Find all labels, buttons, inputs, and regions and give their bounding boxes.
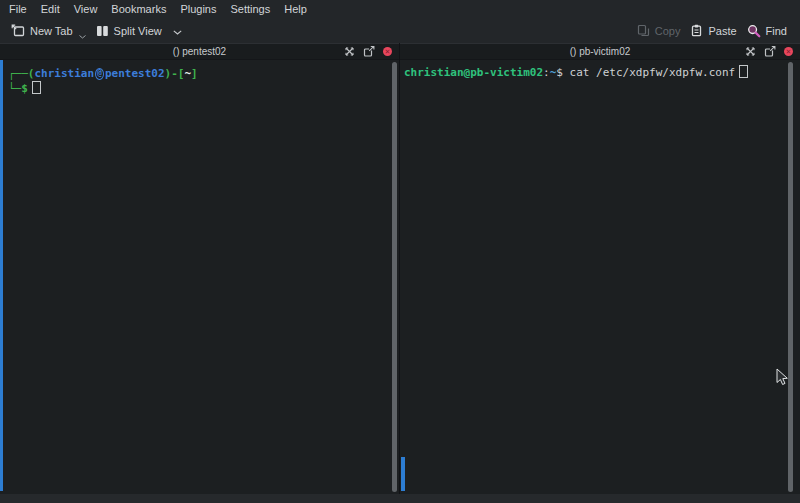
paste-label: Paste (708, 25, 736, 37)
paste-button[interactable]: Paste (685, 21, 741, 40)
kali-circled-at-glyph: @ (95, 68, 104, 80)
toolbar: New Tab Split View Copy (0, 18, 800, 43)
terminal-pane-pentest02: () pentest02 ✕ ┌──(chri (0, 43, 400, 494)
terminal-screen-pb-victim02[interactable]: christian@pb-victim02:~$ cat /etc/xdpfw/… (400, 60, 800, 494)
terminal-cursor (32, 81, 41, 94)
paste-clipboard-icon (690, 24, 703, 37)
prompt-line: christian@pb-victim02:~$ cat /etc/xdpfw/… (404, 65, 800, 80)
new-tab-button[interactable]: New Tab (6, 21, 91, 40)
menu-plugins[interactable]: Plugins (173, 2, 223, 16)
copy-icon (637, 24, 650, 37)
right-pane-scrollbar[interactable] (788, 62, 793, 492)
close-view-icon[interactable]: ✕ (383, 47, 392, 56)
detach-view-icon[interactable] (764, 46, 776, 57)
tab-new-icon (11, 24, 25, 37)
split-view-chevron-down-icon (173, 25, 182, 37)
terminal-pane-pb-victim02: () pb-victim02 ✕ christian@pb- (400, 43, 800, 494)
split-container: () pentest02 ✕ ┌──(chri (0, 43, 800, 494)
prompt-line-2: └─$ (8, 81, 399, 96)
find-label: Find (766, 25, 787, 37)
new-tab-dropdown-caret-icon (79, 29, 86, 41)
pane-title: () pb-victim02 (570, 46, 631, 57)
search-magnifier-icon (747, 24, 761, 38)
split-view-label: Split View (114, 25, 162, 37)
left-pane-scrollbar[interactable] (392, 62, 397, 492)
pane-accent-bar-partial (401, 457, 405, 491)
close-view-icon[interactable]: ✕ (784, 47, 793, 56)
active-pane-accent-bar (0, 60, 3, 491)
prompt-line-1: ┌──(christian@pentest02)-[~] (8, 67, 399, 81)
new-tab-label: New Tab (30, 25, 73, 37)
pane-header-pentest02[interactable]: () pentest02 ✕ (0, 43, 399, 60)
menu-bookmarks[interactable]: Bookmarks (104, 2, 173, 16)
menu-settings[interactable]: Settings (223, 2, 277, 16)
menu-bar: File Edit View Bookmarks Plugins Setting… (0, 0, 800, 18)
pane-title: () pentest02 (173, 46, 226, 57)
menu-edit[interactable]: Edit (34, 2, 67, 16)
terminal-cursor (739, 65, 748, 78)
menu-view[interactable]: View (67, 2, 105, 16)
maximize-view-icon[interactable] (344, 46, 355, 57)
maximize-view-icon[interactable] (745, 46, 756, 57)
find-button[interactable]: Find (742, 21, 792, 41)
terminal-screen-pentest02[interactable]: ┌──(christian@pentest02)-[~] └─$ (0, 60, 399, 494)
copy-label: Copy (655, 25, 681, 37)
copy-button[interactable]: Copy (632, 21, 686, 40)
detach-view-icon[interactable] (363, 46, 375, 57)
split-view-icon (96, 25, 109, 37)
pane-header-pb-victim02[interactable]: () pb-victim02 ✕ (400, 43, 800, 60)
menu-file[interactable]: File (2, 2, 34, 16)
split-view-button[interactable]: Split View (91, 22, 187, 40)
menu-help[interactable]: Help (277, 2, 314, 16)
window-bottom-edge (0, 494, 800, 503)
command-text: cat /etc/xdpfw/xdpfw.conf (570, 66, 736, 79)
